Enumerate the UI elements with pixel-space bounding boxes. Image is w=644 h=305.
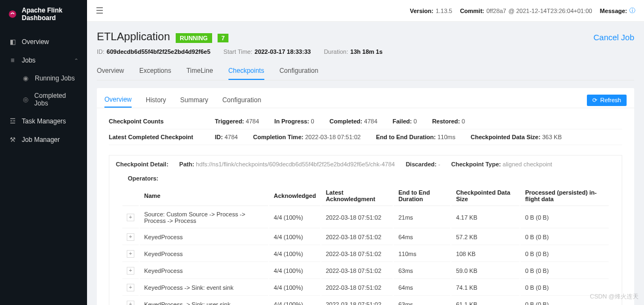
- col-e2e: End to End Duration: [394, 186, 450, 206]
- cell-name: Source: Custom Source -> Process -> Proc…: [140, 207, 268, 228]
- main: ☰ Version: 1.13.5 Commit: 0ff28a7 @ 2021…: [87, 0, 644, 305]
- table-row: +KeyedProcess4/4 (100%)2022-03-18 07:51:…: [122, 263, 609, 279]
- commit-date: @ 2021-12-14T23:26:04+01:00: [509, 8, 592, 14]
- cell-size: 4.17 KB: [451, 207, 519, 228]
- subtab-summary[interactable]: Summary: [180, 93, 208, 107]
- subtab-history[interactable]: History: [146, 93, 166, 107]
- operators-table: Name Acknowledged Latest Acknowledgment …: [121, 185, 610, 305]
- checkpoint-counts-row: Checkpoint Counts Triggered: 4784 In Pro…: [97, 108, 634, 151]
- logo: Apache Flink Dashboard: [0, 0, 87, 28]
- col-ack: Acknowledged: [269, 186, 320, 206]
- checkpoint-detail: Checkpoint Detail: Path: hdfs://ns1/flin…: [109, 155, 622, 305]
- counts-label: Checkpoint Counts: [109, 118, 215, 125]
- cell-pif: 0 B (0 B): [521, 297, 609, 305]
- topbar: ☰ Version: 1.13.5 Commit: 0ff28a7 @ 2021…: [87, 0, 644, 22]
- cancel-job-link[interactable]: Cancel Job: [593, 33, 634, 42]
- cell-lack: 2022-03-18 07:51:02: [321, 280, 393, 296]
- play-circle-icon: ◉: [22, 74, 29, 82]
- brand-text: Apache Flink Dashboard: [22, 7, 79, 22]
- table-row: +Source: Custom Source -> Process -> Pro…: [122, 207, 609, 228]
- operators-title: Operators:: [121, 172, 610, 185]
- sidebar: Apache Flink Dashboard ◧ Overview ≡ Jobs…: [0, 0, 87, 305]
- cell-pif: 0 B (0 B): [521, 280, 609, 296]
- sliders-icon: ☲: [9, 117, 16, 125]
- sync-icon: ⟳: [592, 97, 597, 104]
- cell-ack: 4/4 (100%): [269, 297, 320, 305]
- expand-icon[interactable]: +: [127, 214, 134, 221]
- nav-overview[interactable]: ◧ Overview: [0, 33, 87, 51]
- expand-icon[interactable]: +: [127, 301, 134, 305]
- job-title: ETLApplication: [97, 30, 170, 43]
- count-badge: 7: [218, 34, 228, 42]
- tab-timeline[interactable]: TimeLine: [187, 63, 213, 80]
- cell-e2e: 64ms: [394, 229, 450, 245]
- refresh-button[interactable]: ⟳ Refresh: [587, 95, 627, 106]
- expand-icon[interactable]: +: [127, 267, 134, 275]
- nav-label: Job Manager: [22, 136, 60, 144]
- cell-ack: 4/4 (100%): [269, 207, 320, 228]
- cell-e2e: 63ms: [394, 263, 450, 279]
- dashboard-icon: ◧: [9, 38, 16, 46]
- cell-name: KeyedProcess: [140, 246, 268, 262]
- nav-label: Running Jobs: [35, 74, 75, 82]
- cell-lack: 2022-03-18 07:51:02: [321, 263, 393, 279]
- nav-running-jobs[interactable]: ◉ Running Jobs: [7, 70, 87, 87]
- tab-overview[interactable]: Overview: [97, 63, 124, 80]
- cell-e2e: 21ms: [394, 207, 450, 228]
- cell-name: KeyedProcess -> Sink: event sink: [140, 280, 268, 296]
- version-value: 1.13.5: [436, 8, 453, 14]
- id-label: ID:: [97, 48, 104, 55]
- cell-lack: 2022-03-18 07:51:02: [321, 246, 393, 262]
- job-meta: ID:609decdb6d55f4bf2f25e2bd4d92f6e5 Star…: [97, 48, 634, 55]
- bars-icon: ≡: [9, 57, 16, 64]
- tab-exceptions[interactable]: Exceptions: [139, 63, 171, 80]
- cell-ack: 4/4 (100%): [269, 229, 320, 245]
- cell-pif: 0 B (0 B): [521, 229, 609, 245]
- cell-size: 61.1 KB: [451, 297, 519, 305]
- subtab-overview[interactable]: Overview: [104, 92, 132, 108]
- duration-label: Duration:: [324, 48, 348, 55]
- nav-task-managers[interactable]: ☲ Task Managers: [0, 112, 87, 130]
- col-pif: Processed (persisted) in-flight data: [521, 186, 609, 206]
- col-size: Checkpointed Data Size: [451, 186, 519, 206]
- job-id: 609decdb6d55f4bf2f25e2bd4d92f6e5: [107, 48, 210, 55]
- expand-icon[interactable]: +: [127, 233, 134, 241]
- col-name: Name: [140, 186, 268, 206]
- cell-size: 74.1 KB: [451, 280, 519, 296]
- cell-size: 108 KB: [451, 246, 519, 262]
- start-label: Start Time:: [224, 48, 252, 55]
- subtab-configuration[interactable]: Configuration: [222, 93, 261, 107]
- cell-ack: 4/4 (100%): [269, 280, 320, 296]
- menu-fold-icon[interactable]: ☰: [96, 5, 103, 16]
- cell-e2e: 63ms: [394, 297, 450, 305]
- tab-checkpoints[interactable]: Checkpoints: [228, 63, 264, 80]
- cell-e2e: 110ms: [394, 246, 450, 262]
- nav-completed-jobs[interactable]: ◎ Completed Jobs: [7, 87, 87, 112]
- chevron-up-icon: ⌃: [74, 58, 78, 64]
- nav-jobs[interactable]: ≡ Jobs ⌃: [0, 51, 87, 70]
- latest-label: Latest Completed Checkpoint: [109, 134, 215, 140]
- table-row: +KeyedProcess4/4 (100%)2022-03-18 07:51:…: [122, 246, 609, 262]
- cell-lack: 2022-03-18 07:51:02: [321, 229, 393, 245]
- job-tabs: Overview Exceptions TimeLine Checkpoints…: [97, 63, 634, 80]
- info-circle-icon[interactable]: ⓘ: [629, 7, 635, 15]
- expand-icon[interactable]: +: [127, 250, 134, 258]
- checkpoints-card: Overview History Summary Configuration ⟳…: [97, 88, 634, 305]
- cell-size: 59.0 KB: [451, 263, 519, 279]
- content: ETLApplication RUNNING 7 Cancel Job ID:6…: [87, 22, 644, 305]
- cell-pif: 0 B (0 B): [521, 207, 609, 228]
- nav-label: Overview: [22, 38, 49, 46]
- status-badge: RUNNING: [176, 33, 212, 43]
- svg-point-0: [9, 10, 16, 18]
- commit-value: 0ff28a7: [486, 8, 506, 14]
- commit-label: Commit:: [460, 8, 485, 14]
- cell-size: 57.2 KB: [451, 229, 519, 245]
- topbar-info: Version: 1.13.5 Commit: 0ff28a7 @ 2021-1…: [410, 7, 636, 15]
- expand-icon[interactable]: +: [127, 284, 134, 291]
- nav-job-manager[interactable]: ⚒ Job Manager: [0, 130, 87, 149]
- cell-ack: 4/4 (100%): [269, 246, 320, 262]
- nav-label: Completed Jobs: [34, 92, 78, 107]
- cell-ack: 4/4 (100%): [269, 263, 320, 279]
- tab-configuration[interactable]: Configuration: [280, 63, 318, 80]
- start-value: 2022-03-17 18:33:33: [255, 48, 311, 55]
